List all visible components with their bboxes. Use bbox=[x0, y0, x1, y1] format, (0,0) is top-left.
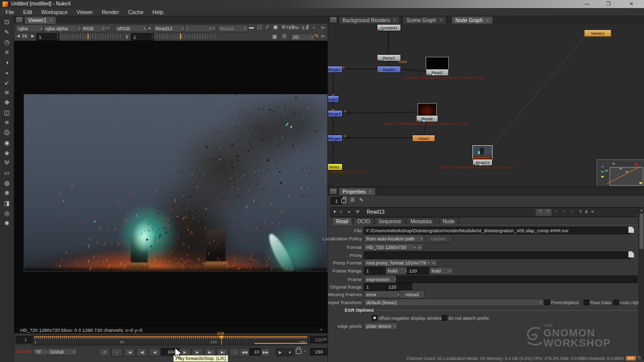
refresh-icon[interactable]: ↻ bbox=[637, 355, 641, 360]
original-range-end[interactable]: 120 bbox=[386, 283, 412, 291]
proxy-field[interactable] bbox=[364, 251, 630, 259]
raw-data-checkbox[interactable] bbox=[584, 300, 589, 305]
a-input-dropdown[interactable]: Read13▾ bbox=[153, 25, 186, 32]
frame-range-lock-icon[interactable]: ⌐ bbox=[304, 348, 306, 353]
center-node-icon[interactable]: ⌖ bbox=[348, 209, 350, 215]
redo-icon[interactable]: ↷ bbox=[562, 209, 566, 214]
gain-next-icon[interactable]: ▶ bbox=[31, 34, 34, 38]
tab-close-icon[interactable]: × bbox=[50, 18, 52, 23]
key-icon[interactable]: Ψ bbox=[356, 209, 360, 214]
edit-icon[interactable]: ✎ bbox=[359, 197, 363, 203]
timeline-ruler[interactable]: 1 50 100 150 bbox=[33, 335, 309, 345]
gizmos-icon[interactable]: ✱ bbox=[2, 218, 12, 228]
node-write1[interactable]: Write1 bbox=[328, 163, 343, 170]
menu-item[interactable]: File bbox=[1, 9, 19, 15]
format-eq-button[interactable]: = bbox=[416, 243, 424, 251]
node-merge1[interactable]: Merge1 bbox=[328, 66, 343, 73]
proxy-format-dropdown[interactable]: root.proxy_format 1024x778▾ bbox=[364, 259, 432, 266]
tab-node-graph[interactable]: Node Graph× bbox=[451, 16, 493, 24]
node-read8-thumbnail[interactable] bbox=[418, 103, 437, 116]
other-icon[interactable]: ▭ bbox=[2, 168, 12, 178]
frame-range-start-mode[interactable]: hold▾ bbox=[385, 267, 410, 275]
tab-close-icon[interactable]: × bbox=[393, 18, 396, 23]
input-process-label[interactable]: IP bbox=[106, 25, 110, 31]
viewer-toolbar-icon[interactable]: ∕∕ bbox=[265, 24, 270, 30]
node-read2[interactable]: Read2 bbox=[426, 69, 449, 76]
more-chevrons-icon[interactable]: ≫ bbox=[323, 337, 327, 341]
b-input-dropdown[interactable]: Read1▾ bbox=[217, 25, 249, 32]
view-mode-dropdown[interactable]: 2D▾ bbox=[290, 33, 315, 41]
node-graph-canvas[interactable]: Constant1 Ramp1 Grade1 mask Read2 Module… bbox=[328, 24, 644, 186]
3d-icon[interactable]: ◫ bbox=[2, 108, 12, 118]
particles-icon[interactable]: ✳ bbox=[2, 118, 12, 128]
frame-range-end-mode[interactable]: hold▾ bbox=[429, 267, 453, 275]
tab-close-icon[interactable]: × bbox=[369, 189, 372, 194]
tab-background-renders[interactable]: Background Renders× bbox=[339, 16, 400, 24]
graph-minimap[interactable] bbox=[597, 159, 644, 186]
scrollbar-thumb[interactable] bbox=[639, 214, 643, 249]
lock-range-icon[interactable] bbox=[296, 349, 301, 354]
target-icon[interactable]: ◎ bbox=[2, 208, 12, 218]
auto-alpha-checkbox[interactable] bbox=[613, 300, 619, 305]
plugins-icon[interactable]: ❋ bbox=[2, 188, 12, 198]
no-prefix-checkbox[interactable] bbox=[442, 315, 447, 321]
node-read2-thumbnail[interactable] bbox=[426, 57, 449, 70]
range-scope-dropdown[interactable]: Global▾ bbox=[47, 348, 77, 355]
wipe-dropdown[interactable]: -▾ bbox=[184, 25, 213, 32]
step-back-button[interactable]: ◀◀ bbox=[239, 348, 250, 356]
gain-stop-label[interactable]: f/8 bbox=[22, 34, 27, 39]
gamma-slider[interactable] bbox=[152, 34, 215, 39]
more-chevrons-icon[interactable]: ≫ bbox=[320, 34, 325, 39]
offset-negative-checkbox[interactable]: ✖ bbox=[372, 315, 377, 321]
node-title[interactable]: Read13 bbox=[367, 209, 384, 215]
transport-button[interactable]: ↺ bbox=[99, 348, 110, 356]
revert-icon[interactable]: ↺ bbox=[570, 209, 574, 214]
step-forward-button[interactable]: ▶▶ bbox=[261, 348, 271, 356]
undo-icon[interactable]: ↶ bbox=[554, 209, 558, 214]
help-icon[interactable]: ? bbox=[579, 209, 582, 214]
node-merge2[interactable]: Merge2 bbox=[328, 96, 339, 103]
zoom-level[interactable]: 71.4% bbox=[286, 25, 299, 30]
gain-prev-icon[interactable]: ◀ bbox=[17, 34, 20, 38]
transform-icon[interactable]: ✥ bbox=[2, 98, 12, 108]
tab-scene-graph[interactable]: Scene Graph× bbox=[403, 16, 446, 24]
toolsets-icon[interactable]: Ψ bbox=[2, 158, 12, 168]
gain-value-field[interactable]: 1 bbox=[36, 33, 59, 41]
reload-button[interactable]: reload bbox=[399, 290, 425, 299]
deep-icon[interactable]: Ⓓ bbox=[2, 128, 12, 138]
color-icon[interactable]: ◑ bbox=[2, 57, 12, 67]
filter-icon[interactable]: ◒ bbox=[2, 67, 12, 77]
file-browser-icon[interactable] bbox=[628, 227, 634, 233]
roi-icon[interactable]: ▦ bbox=[272, 34, 277, 39]
viewer-toolbar-icon[interactable]: ▣ bbox=[273, 24, 278, 30]
transport-button[interactable]: ◀| bbox=[136, 348, 148, 356]
range-end-field[interactable]: 150 bbox=[310, 348, 328, 355]
close-button[interactable]: ✕ bbox=[623, 1, 640, 8]
node-constant1[interactable]: Constant1 bbox=[377, 24, 401, 31]
viewer-canvas[interactable] bbox=[14, 41, 328, 326]
tab-node[interactable]: Node bbox=[439, 217, 459, 225]
status-badge[interactable]: OFF bbox=[626, 356, 636, 360]
input-transform-dropdown[interactable]: default (linear)▾ bbox=[364, 299, 544, 306]
input-process-icon[interactable]: ʘ bbox=[282, 34, 286, 39]
collapse-icon[interactable]: ▼ bbox=[333, 210, 337, 214]
playhead-marker[interactable] bbox=[219, 336, 224, 339]
minimize-button[interactable]: — bbox=[579, 1, 596, 8]
tab-metadata[interactable]: Metadata bbox=[407, 217, 436, 225]
more-chevrons-icon[interactable]: ≫ bbox=[320, 25, 325, 30]
edge-pixels-dropdown[interactable]: plate detect▾ bbox=[364, 322, 398, 330]
tab-viewer1[interactable]: Viewer1 × bbox=[24, 16, 56, 24]
node-grade1[interactable]: Grade1 bbox=[377, 66, 401, 73]
premultiplied-checkbox[interactable] bbox=[544, 300, 550, 305]
keyer-icon[interactable]: ↙ bbox=[2, 77, 12, 87]
pane-menu-icon[interactable] bbox=[330, 188, 337, 195]
merge-icon[interactable]: ≋ bbox=[2, 87, 12, 98]
node-merge3[interactable]: Merge3 bbox=[328, 110, 343, 117]
image-icon[interactable]: ⊡ bbox=[2, 17, 12, 27]
lock-panels-icon[interactable] bbox=[341, 199, 346, 203]
node-color-icon[interactable]: ○ bbox=[340, 209, 342, 214]
localization-policy-dropdown[interactable]: from auto-localize path▾ bbox=[364, 235, 425, 242]
record-button[interactable]: ● bbox=[285, 348, 294, 356]
float-panel-icon[interactable]: ❐ bbox=[536, 209, 543, 216]
menu-item[interactable]: Edit bbox=[19, 9, 37, 15]
